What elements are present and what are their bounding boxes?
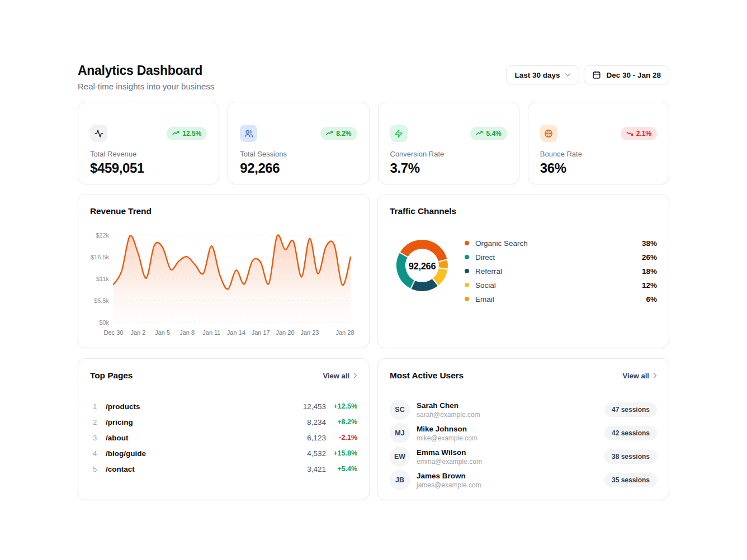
- change-value: 8.2%: [336, 130, 351, 137]
- legend-label: Referral: [475, 267, 502, 276]
- view-all-label: View all: [623, 372, 649, 380]
- svg-text:92,266: 92,266: [409, 261, 436, 271]
- legend-label: Email: [475, 295, 494, 303]
- page-row-pricing[interactable]: 2 /pricing 8,234 +8.2%: [90, 414, 357, 430]
- stat-card-top-row: 12.5%: [90, 125, 207, 142]
- trending-up-icon: [476, 131, 483, 136]
- page-row-about[interactable]: 3 /about 6,123 -2.1%: [90, 430, 357, 445]
- page-change: +15.8%: [326, 449, 357, 457]
- legend-percent: 26%: [642, 253, 657, 262]
- stat-value: 3.7%: [390, 160, 507, 176]
- trending-up-icon: [172, 131, 179, 136]
- chevron-right-icon: [353, 373, 357, 378]
- svg-text:Jan 20: Jan 20: [276, 329, 294, 336]
- page-row-blog-guide[interactable]: 4 /blog/guide 4,532 +15.8%: [90, 445, 357, 461]
- page-row-products[interactable]: 1 /products 12,453 +12.5%: [90, 398, 357, 414]
- legend-label: Social: [475, 281, 496, 290]
- legend-dot: [465, 269, 469, 273]
- user-row-james-brown[interactable]: JB James Brown james@example.com 35 sess…: [390, 470, 657, 490]
- trending-up-icon: [326, 131, 333, 136]
- panel-head: Most Active Users View all: [390, 371, 657, 381]
- top-pages-list: 1 /products 12,453 +12.5% 2 /pricing 8,2…: [90, 398, 357, 477]
- content-container: Analytics Dashboard Real-time insights i…: [78, 63, 669, 500]
- sessions-badge: 35 sessions: [604, 473, 657, 487]
- stat-card-total-sessions: 8.2% Total Sessions 92,266: [228, 102, 369, 184]
- svg-text:Jan 14: Jan 14: [227, 329, 245, 336]
- traffic-channels-title: Traffic Channels: [390, 206, 456, 216]
- change-badge: 8.2%: [320, 127, 357, 140]
- activity-icon: [90, 125, 107, 142]
- stat-card-top-row: 5.4%: [390, 125, 507, 142]
- legend-item-social: Social 12%: [465, 281, 657, 290]
- revenue-trend-panel: Revenue Trend $0k$5.5k$11k$16.5k$22kDec …: [78, 194, 370, 348]
- user-email: mike@example.com: [417, 434, 477, 442]
- chevron-right-icon: [653, 373, 657, 378]
- user-row-sarah-chen[interactable]: SC Sarah Chen sarah@example.com 47 sessi…: [390, 400, 657, 420]
- date-range-selector[interactable]: Last 30 days: [506, 65, 579, 84]
- legend-percent: 18%: [642, 267, 657, 276]
- avatar: SC: [390, 400, 410, 420]
- user-info: Emma Wilson emma@example.com: [417, 448, 482, 466]
- legend-dot: [465, 297, 469, 301]
- users-view-all-link[interactable]: View all: [623, 372, 657, 380]
- sessions-badge: 38 sessions: [604, 449, 657, 464]
- user-info: Mike Johnson mike@example.com: [417, 425, 477, 442]
- page-header: Analytics Dashboard Real-time insights i…: [78, 63, 669, 91]
- revenue-trend-chart: $0k$5.5k$11k$16.5k$22kDec 30Jan 2Jan 5Ja…: [90, 225, 357, 343]
- svg-text:$16.5k: $16.5k: [91, 254, 110, 260]
- page-rank: 4: [90, 449, 103, 458]
- header-controls: Last 30 days Dec 30 - Jan 28: [506, 65, 669, 84]
- avatar: MJ: [390, 423, 410, 443]
- stat-value: 92,266: [240, 160, 357, 176]
- chevron-down-icon: [565, 73, 571, 77]
- stat-label: Total Revenue: [90, 150, 207, 158]
- traffic-channels-body: 92,266 Organic Search 38% Direct 26%: [390, 238, 657, 303]
- legend-label: Organic Search: [475, 239, 528, 248]
- page-path: /contact: [106, 465, 135, 473]
- traffic-channels-panel: Traffic Channels 92,266 Organic Search 3…: [377, 194, 669, 348]
- page-views-value: 12,453: [303, 402, 326, 411]
- page-views-value: 3,421: [307, 465, 326, 473]
- trending-down-icon: [626, 131, 633, 136]
- globe-icon: [540, 125, 557, 142]
- view-all-label: View all: [323, 372, 349, 380]
- user-row-emma-wilson[interactable]: EW Emma Wilson emma@example.com 38 sessi…: [390, 447, 657, 467]
- legend-dot: [465, 241, 469, 245]
- svg-text:Jan 11: Jan 11: [202, 329, 220, 336]
- change-value: 2.1%: [636, 130, 651, 137]
- page-row-contact[interactable]: 5 /contact 3,421 +5.4%: [90, 461, 357, 477]
- panel-head: Revenue Trend: [90, 206, 357, 216]
- most-active-users-title: Most Active Users: [390, 371, 464, 381]
- page-views-value: 4,532: [307, 449, 326, 458]
- sessions-badge: 42 sessions: [604, 426, 657, 440]
- date-range-label: Dec 30 - Jan 28: [606, 71, 661, 79]
- svg-text:Jan 5: Jan 5: [155, 329, 170, 336]
- change-badge: 5.4%: [470, 127, 507, 140]
- date-range-display[interactable]: Dec 30 - Jan 28: [584, 65, 669, 84]
- page-path: /products: [106, 402, 140, 411]
- analytics-dashboard-page: Analytics Dashboard Real-time insights i…: [0, 0, 747, 560]
- change-badge: 2.1%: [621, 127, 657, 140]
- svg-text:Jan 17: Jan 17: [252, 329, 270, 336]
- top-pages-title: Top Pages: [90, 371, 133, 381]
- panel-head: Traffic Channels: [390, 206, 657, 216]
- traffic-donut-chart: 92,266: [394, 238, 450, 293]
- user-row-mike-johnson[interactable]: MJ Mike Johnson mike@example.com 42 sess…: [390, 423, 657, 443]
- user-name: Mike Johnson: [417, 425, 477, 433]
- svg-text:Jan 8: Jan 8: [179, 329, 195, 336]
- most-active-users-panel: Most Active Users View all SC Sarah Chen…: [377, 358, 669, 500]
- traffic-legend: Organic Search 38% Direct 26% Referral 1…: [465, 239, 657, 303]
- page-change: -2.1%: [326, 434, 357, 442]
- top-pages-view-all-link[interactable]: View all: [323, 372, 357, 380]
- stat-label: Total Sessions: [240, 150, 357, 158]
- stat-label: Bounce Rate: [540, 150, 657, 158]
- svg-text:Jan 2: Jan 2: [130, 329, 145, 336]
- zap-icon: [390, 125, 408, 142]
- legend-dot: [465, 283, 469, 287]
- user-email: james@example.com: [417, 481, 481, 489]
- charts-row: Revenue Trend $0k$5.5k$11k$16.5k$22kDec …: [78, 194, 669, 348]
- legend-percent: 6%: [646, 295, 657, 303]
- bottom-row: Top Pages View all 1 /products 12,453 +1…: [78, 358, 669, 500]
- page-views-value: 8,234: [307, 418, 326, 426]
- stat-value: 36%: [540, 160, 657, 176]
